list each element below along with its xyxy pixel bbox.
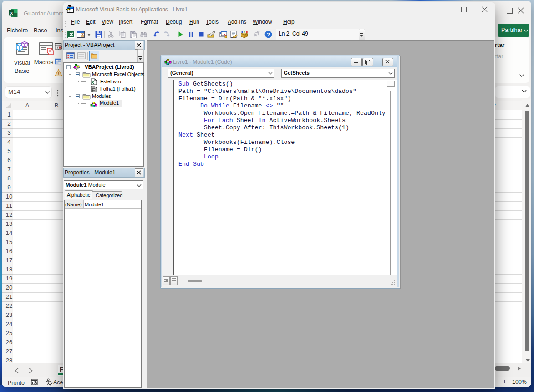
- svg-text:!: !: [58, 71, 59, 76]
- svg-text:?: ?: [267, 32, 270, 37]
- svg-text:X: X: [10, 11, 13, 15]
